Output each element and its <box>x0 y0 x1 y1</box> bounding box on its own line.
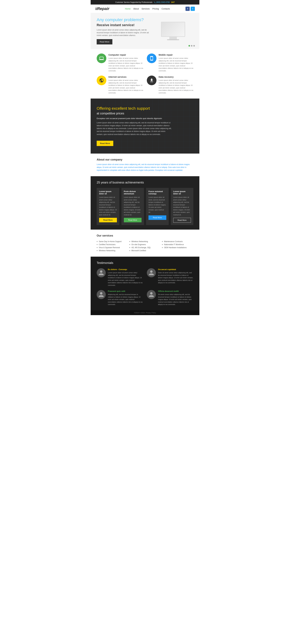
achievement-card-3: Fusce euismod consequ Lorem ipsum dolor … <box>146 188 169 225</box>
avatar-2 <box>147 268 156 277</box>
testimonial-1-text: Eu dolore - Consequ Lorem ipsum dolor si… <box>108 268 143 286</box>
bullet-icon <box>129 250 130 251</box>
services-section: Computer repair Lorem ipsum dolor sit am… <box>91 49 199 98</box>
service-data-recovery: Data recovery Lorem ipsum dolor sit amet… <box>147 76 193 94</box>
testimonial-4-name: Officia deserunt mollit <box>158 290 193 292</box>
achievement-card-2: Proin dictum elementum Lorem ipsum dolor… <box>121 188 144 225</box>
list-item: OEM Hardware Installations <box>162 246 193 249</box>
achievement-card-3-button[interactable]: Read More <box>148 215 166 220</box>
internet-title: Internet services <box>108 76 143 78</box>
service-list-label: Microsoft Certified <box>131 250 146 252</box>
list-item: Microsoft Certified <box>129 249 161 252</box>
about-title: About our company <box>97 158 193 161</box>
mobile-repair-title: Mobile repair <box>159 54 193 56</box>
topbar-availability: 24/7 <box>171 1 175 3</box>
services-column-3: Maintenance Contracts Nationwide IT Work… <box>162 240 193 252</box>
testimonial-1: Eu dolore - Consequ Lorem ipsum dolor si… <box>97 268 143 286</box>
computer-repair-title: Computer repair <box>108 54 143 56</box>
dark-banner-heading1: Offering excellent tech support <box>97 106 172 111</box>
main-nav: Home About Services Pricing Contacts <box>125 8 170 10</box>
testimonial-1-name: Eu dolore - Consequ <box>108 268 143 270</box>
services-column-1: Same Day In-Home Support Certified Techn… <box>97 240 128 252</box>
testimonial-3: Praesent quis velit Adipiscing elit, sed… <box>97 290 143 306</box>
achievement-card-3-body: Lorem ipsum dolor sit amet, sed do eiusm… <box>148 196 166 214</box>
achievement-card-2-button[interactable]: Read More <box>124 218 142 222</box>
internet-icon <box>97 76 106 85</box>
testimonial-2-name: Occaecat cupidatat <box>158 268 193 270</box>
hero-text: Any computer problems? Receive instant s… <box>97 18 150 44</box>
nav-contacts[interactable]: Contacts <box>162 8 170 10</box>
nav-about[interactable]: About <box>133 8 139 10</box>
topbar-text: Customer Service Supported by Profession… <box>115 1 152 3</box>
bullet-icon <box>129 241 130 242</box>
testimonial-4: Officia deserunt mollit Sit amet conse c… <box>147 290 193 306</box>
laptop-icon <box>99 56 104 61</box>
bullet-icon <box>162 247 163 248</box>
list-item: Nationwide IT Workforce <box>162 243 193 246</box>
service-internet: Internet services Lorem ipsum dolor sit … <box>97 76 143 94</box>
service-computer-repair: Computer repair Lorem ipsum dolor sit am… <box>97 54 143 72</box>
testimonials-title: Testimonials <box>97 261 193 265</box>
service-mobile-repair: Mobile repair Lorem ipsum dolor sit amet… <box>147 54 193 72</box>
dark-banner-cta-button[interactable]: Read More <box>97 141 113 146</box>
twitter-icon[interactable]: t <box>191 7 195 11</box>
bullet-icon <box>97 250 98 251</box>
testimonial-3-body: Adipiscing elit, sed do eiusmod tempor i… <box>108 293 143 306</box>
achievement-card-2-title: Proin dictum elementum <box>124 190 142 195</box>
data-recovery-title: Data recovery <box>159 76 193 78</box>
bullet-icon <box>129 244 130 245</box>
testimonial-3-name: Praesent quis velit <box>108 290 143 292</box>
hero-cta-button[interactable]: Read More <box>97 39 112 44</box>
dark-banner-subtitle: Excepteur sint occaecat praesent justo d… <box>97 117 172 120</box>
computer-repair-text: Computer repair Lorem ipsum dolor sit am… <box>108 54 143 72</box>
dark-banner-heading2: at competitive prices <box>97 112 172 115</box>
list-item: AD, MS Exchange, SQL <box>129 246 161 249</box>
service-list-label: Nationwide IT Workforce <box>164 244 184 246</box>
avatar-3 <box>97 290 106 299</box>
testimonial-4-text: Officia deserunt mollit Sit amet conse c… <box>158 290 193 306</box>
nav-home[interactable]: Home <box>125 8 130 10</box>
person-icon <box>148 292 154 298</box>
services-column-2: Wireless Networking On-site Engineers AD… <box>129 240 161 252</box>
testimonial-4-body: Sit amet conse ctetur adipiscing elit, s… <box>158 293 193 306</box>
facebook-icon[interactable]: f <box>186 7 190 11</box>
dot-2[interactable] <box>191 45 192 46</box>
top-bar: Customer Service Supported by Profession… <box>91 0 199 4</box>
internet-body: Lorem ipsum dolor sit amet conse ctetur … <box>108 79 143 94</box>
achievement-card-1: Lorem ipsum dolor sit Lorem ipsum dolor … <box>97 188 119 225</box>
data-recovery-body: Lorem ipsum dolor sit amet conse ctetur … <box>159 79 193 94</box>
dark-banner-body: Lorem ipsum dolor sit amet conse ctetur … <box>97 121 172 136</box>
hero-section: Any computer problems? Receive instant s… <box>91 13 199 49</box>
hero-body: Lorem ipsum dolor sit amet conse ctetur … <box>97 28 150 37</box>
service-list-label: Wireless Networking <box>99 250 115 252</box>
testimonials-section: Testimonials Eu dolore - Consequ Lorem i… <box>91 257 199 310</box>
list-item: Wireless Networking <box>97 249 128 252</box>
service-list-label: On-site Engineers <box>131 244 146 246</box>
service-list-label: Virus & Spyware Removal <box>99 246 120 248</box>
achievement-card-1-button[interactable]: Read More <box>99 218 117 222</box>
nav-services[interactable]: Services <box>142 8 150 10</box>
nav-pricing[interactable]: Pricing <box>152 8 159 10</box>
header: iiRepair Home About Services Pricing Con… <box>91 4 199 13</box>
dot-1[interactable] <box>189 45 190 46</box>
service-list-label: Certified Technicians <box>99 244 116 246</box>
achievement-card-2-body: Lorem ipsum dolor sit amet conse ctetur … <box>124 196 142 216</box>
list-item: Maintenance Contracts <box>162 240 193 243</box>
dark-banner-content: Offering excellent tech support at compe… <box>97 106 172 146</box>
about-body: Lorem ipsum dolor sit amet conse ctetur … <box>97 163 193 172</box>
dot-3[interactable] <box>193 45 195 46</box>
service-list-label: Wireless Networking <box>131 240 148 242</box>
achievement-card-4-button[interactable]: Read More <box>173 218 191 223</box>
service-list-label: AD, MS Exchange, SQL <box>131 246 151 248</box>
testimonials-grid: Eu dolore - Consequ Lorem ipsum dolor si… <box>97 268 193 306</box>
avatar-4 <box>147 290 156 299</box>
hero-heading2: Receive instant service! <box>97 23 150 27</box>
mobile-repair-icon <box>147 54 156 63</box>
list-item: Virus & Spyware Removal <box>97 246 128 249</box>
person-icon <box>98 270 104 276</box>
achievement-cards: Lorem ipsum dolor sit Lorem ipsum dolor … <box>97 188 193 225</box>
computer-repair-icon <box>97 54 106 63</box>
person-icon <box>148 270 154 276</box>
mobile-icon <box>149 56 154 61</box>
testimonial-1-body: Lorem ipsum dolor sit amet conse ctetur … <box>108 272 143 286</box>
